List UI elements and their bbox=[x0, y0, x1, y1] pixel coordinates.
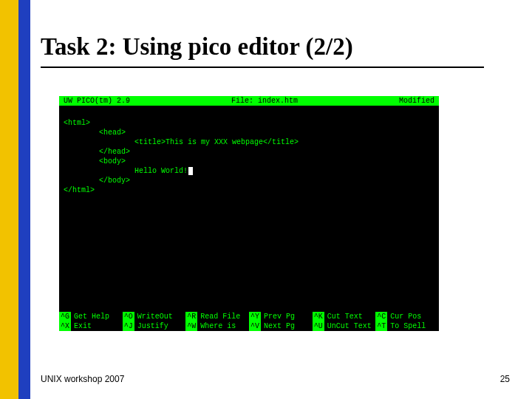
editor-line: <title>This is my XXX webpage</title> bbox=[64, 138, 299, 146]
shortcut-label: Where is bbox=[200, 321, 236, 331]
shortcut-key: ^W bbox=[185, 321, 197, 331]
shortcut-key: ^R bbox=[185, 312, 197, 321]
shortcut-key: ^J bbox=[123, 321, 134, 331]
shortcut-label: Exit bbox=[74, 321, 92, 331]
shortcut-label: Next Pg bbox=[264, 321, 295, 331]
shortcut-key: ^X bbox=[59, 321, 71, 331]
editor-line: <head> bbox=[64, 129, 126, 137]
shortcut-label: To Spell bbox=[390, 321, 426, 331]
shortcut-label: Justify bbox=[137, 321, 168, 331]
shortcut-key: ^U bbox=[313, 321, 324, 331]
shortcut-key: ^V bbox=[249, 321, 261, 331]
shortcut-label: Cur Pos bbox=[390, 312, 421, 321]
shortcut-label: UnCut Text bbox=[327, 321, 372, 331]
shortcut-justify[interactable]: ^JJustify bbox=[123, 321, 186, 331]
editor-line: </html> bbox=[64, 186, 95, 194]
shortcut-cut-text[interactable]: ^KCut Text bbox=[313, 312, 376, 321]
editor-line: Hello World! bbox=[64, 167, 188, 175]
shortcut-uncut-text[interactable]: ^UUnCut Text bbox=[313, 321, 376, 331]
shortcut-label: Prev Pg bbox=[264, 312, 295, 321]
shortcut-label: Cut Text bbox=[327, 312, 363, 321]
shortcut-key: ^O bbox=[123, 312, 134, 321]
shortcut-exit[interactable]: ^XExit bbox=[59, 321, 123, 331]
pico-file-label: File: index.htm bbox=[130, 96, 399, 106]
pico-shortcut-bar: ^GGet Help ^OWriteOut ^RRead File ^YPrev… bbox=[59, 312, 439, 331]
shortcut-key: ^Y bbox=[249, 312, 261, 321]
title-underline bbox=[41, 66, 484, 68]
accent-stripe-yellow bbox=[0, 0, 18, 399]
pico-version: UW PICO(tm) 2.9 bbox=[59, 96, 130, 106]
pico-header-bar: UW PICO(tm) 2.9 File: index.htm Modified bbox=[59, 96, 439, 106]
footer-text: UNIX workshop 2007 bbox=[41, 374, 124, 384]
shortcut-label: Read File bbox=[200, 312, 240, 321]
shortcut-where-is[interactable]: ^WWhere is bbox=[185, 321, 249, 331]
shortcut-next-pg[interactable]: ^VNext Pg bbox=[249, 321, 313, 331]
accent-stripe-blue bbox=[18, 0, 30, 399]
shortcut-label: Get Help bbox=[74, 312, 109, 321]
pico-modified-flag: Modified bbox=[399, 96, 439, 106]
shortcut-key: ^K bbox=[313, 312, 324, 321]
editor-line: <body> bbox=[64, 157, 126, 166]
shortcut-key: ^T bbox=[375, 321, 387, 331]
editor-line: </body> bbox=[64, 177, 130, 185]
shortcut-to-spell[interactable]: ^TTo Spell bbox=[375, 321, 439, 331]
slide-title: Task 2: Using pico editor (2/2) bbox=[41, 33, 353, 61]
shortcut-label: WriteOut bbox=[137, 312, 173, 321]
pico-terminal: UW PICO(tm) 2.9 File: index.htm Modified… bbox=[59, 96, 439, 331]
shortcut-get-help[interactable]: ^GGet Help bbox=[59, 312, 123, 321]
shortcut-read-file[interactable]: ^RRead File bbox=[185, 312, 249, 321]
shortcut-writeout[interactable]: ^OWriteOut bbox=[123, 312, 186, 321]
editor-line: </head> bbox=[64, 148, 130, 156]
shortcut-key: ^G bbox=[59, 312, 71, 321]
slide: Task 2: Using pico editor (2/2) UW PICO(… bbox=[0, 0, 532, 399]
shortcut-key: ^C bbox=[375, 312, 387, 321]
text-cursor bbox=[188, 167, 193, 175]
pico-editor-body[interactable]: <html> <head> <title>This is my XXX webp… bbox=[59, 106, 439, 309]
shortcut-prev-pg[interactable]: ^YPrev Pg bbox=[249, 312, 313, 321]
shortcut-cur-pos[interactable]: ^CCur Pos bbox=[375, 312, 439, 321]
page-number: 25 bbox=[500, 374, 510, 384]
editor-line: <html> bbox=[64, 119, 90, 127]
